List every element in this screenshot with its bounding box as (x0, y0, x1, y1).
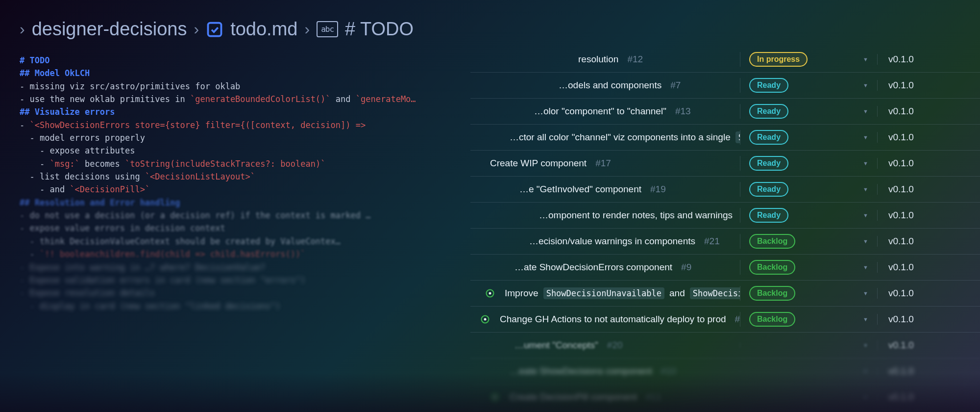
version-cell[interactable]: v0.1.0 (877, 392, 965, 403)
version-cell[interactable]: v0.1.0 (877, 262, 965, 273)
issue-row[interactable]: …e "GetInvolved" component#19Ready▼v0.1.… (470, 177, 980, 203)
version-cell[interactable]: v0.1.0 (877, 366, 965, 377)
issue-title[interactable]: resolution#12 (470, 54, 740, 65)
issue-title[interactable]: …e "GetInvolved" component#19 (470, 184, 740, 195)
chevron-down-icon[interactable]: ▼ (863, 316, 868, 322)
chevron-down-icon[interactable]: ▼ (863, 134, 868, 140)
issue-row[interactable]: Create DecisionPill component#11▼v0.1.0 (470, 385, 980, 411)
issue-row[interactable]: Change GH Actions to not automatically d… (470, 307, 980, 333)
status-cell[interactable]: Backlog▼ (740, 312, 877, 327)
issue-row[interactable]: …ument "Concepts"#20▼v0.1.0 (470, 333, 980, 359)
issue-title-text: Create WIP component (490, 158, 587, 169)
code-chip: ShowDecisionTypeUn… (690, 287, 740, 299)
issue-row[interactable]: …omponent to render notes, tips and warn… (470, 203, 980, 229)
issue-open-icon (480, 314, 490, 324)
issue-title-text: …odels and components (559, 80, 662, 91)
issue-title-text: …ctor all color "channel" viz components… (510, 132, 731, 143)
issue-title[interactable]: …ument "Concepts"#20 (470, 340, 740, 351)
issue-row[interactable]: resolution#12In progress▼v0.1.0 (470, 47, 980, 73)
status-badge[interactable]: Backlog (749, 286, 795, 301)
status-cell[interactable]: In progress▼ (740, 52, 877, 67)
issue-title[interactable]: …olor "component" to "channel"#13 (470, 106, 740, 117)
chevron-down-icon[interactable]: ▼ (863, 342, 868, 348)
status-badge[interactable]: Ready (749, 208, 788, 223)
status-badge[interactable]: Ready (749, 156, 788, 171)
issue-number: #10 (661, 366, 676, 377)
version-cell[interactable]: v0.1.0 (877, 314, 965, 325)
issue-title[interactable]: Create WIP component#17 (470, 158, 740, 169)
issue-row[interactable]: …ate ShowDecisionErrors component#9Backl… (470, 255, 980, 281)
status-cell[interactable]: Ready▼ (740, 130, 877, 145)
issue-row[interactable]: …ecision/value warnings in components#21… (470, 229, 980, 255)
issue-title-text: …ate ShowDecisionErrors component (514, 262, 672, 273)
editor-line: - `<ShowDecisionErrors store={store} fil… (20, 119, 461, 131)
issue-title[interactable]: …ctor all color "channel" viz components… (470, 131, 740, 143)
status-cell[interactable]: Backlog▼ (740, 234, 877, 249)
chevron-down-icon[interactable]: ▼ (863, 264, 868, 270)
issue-row[interactable]: …odels and components#7Ready▼v0.1.0 (470, 73, 980, 99)
issue-row[interactable]: ImproveShowDecisionUnavailable and ShowD… (470, 281, 980, 307)
status-cell[interactable]: Backlog▼ (740, 260, 877, 275)
editor-pane[interactable]: # TODO ## Model OkLCH - missing viz src/… (20, 54, 461, 312)
version-cell[interactable]: v0.1.0 (877, 106, 965, 117)
issue-number: #20 (607, 340, 623, 351)
chevron-down-icon[interactable]: ▼ (863, 160, 868, 166)
status-cell[interactable]: ▼ (740, 368, 877, 374)
version-cell[interactable]: v0.1.0 (877, 288, 965, 299)
status-cell[interactable]: Ready▼ (740, 208, 877, 223)
breadcrumb-heading[interactable]: # TODO (345, 19, 414, 40)
chevron-down-icon[interactable]: ▼ (863, 186, 868, 192)
breadcrumb: › designer-decisions › todo.md › abc # T… (20, 19, 414, 40)
abc-icon: abc (317, 21, 338, 37)
issue-open-icon (490, 392, 500, 402)
issue-title[interactable]: ImproveShowDecisionUnavailable and ShowD… (470, 287, 740, 299)
issue-title[interactable]: …eate ShowDecisions component#10 (470, 366, 740, 377)
chevron-down-icon[interactable]: ▼ (863, 368, 868, 374)
status-cell[interactable]: ▼ (740, 342, 877, 348)
chevron-down-icon[interactable]: ▼ (863, 212, 868, 218)
issue-title[interactable]: Change GH Actions to not automatically d… (470, 314, 740, 325)
issue-row[interactable]: Create WIP component#17Ready▼v0.1.0 (470, 151, 980, 177)
chevron-down-icon[interactable]: ▼ (863, 108, 868, 114)
version-cell[interactable]: v0.1.0 (877, 54, 965, 65)
chevron-down-icon[interactable]: ▼ (863, 56, 868, 62)
status-cell[interactable]: Ready▼ (740, 78, 877, 93)
issue-row[interactable]: …ctor all color "channel" viz components… (470, 125, 980, 151)
issue-title[interactable]: …omponent to render notes, tips and warn… (470, 210, 740, 221)
status-cell[interactable]: Ready▼ (740, 156, 877, 171)
editor-line: - expose value errors in decision contex… (20, 222, 461, 234)
status-badge[interactable]: In progress (749, 52, 808, 67)
status-badge[interactable]: Backlog (749, 234, 795, 249)
status-badge[interactable]: Ready (749, 78, 788, 93)
issue-title[interactable]: …ecision/value warnings in components#21 (470, 236, 740, 247)
issue-title[interactable]: …ate ShowDecisionErrors component#9 (470, 262, 740, 273)
version-cell[interactable]: v0.1.0 (877, 80, 965, 91)
status-cell[interactable]: ▼ (740, 394, 877, 400)
version-cell[interactable]: v0.1.0 (877, 236, 965, 247)
chevron-down-icon[interactable]: ▼ (863, 238, 868, 244)
breadcrumb-root[interactable]: designer-decisions (32, 19, 187, 40)
status-badge[interactable]: Backlog (749, 312, 795, 327)
editor-line: - display in card (new section "linked d… (20, 300, 461, 312)
chevron-down-icon[interactable]: ▼ (863, 394, 868, 400)
status-cell[interactable]: Backlog▼ (740, 286, 877, 301)
issue-number: #9 (681, 262, 691, 273)
status-badge[interactable]: Ready (749, 104, 788, 119)
status-badge[interactable]: Ready (749, 130, 788, 145)
breadcrumb-file[interactable]: todo.md (230, 19, 297, 40)
issue-row[interactable]: …olor "component" to "channel"#13Ready▼v… (470, 99, 980, 125)
issue-title[interactable]: …odels and components#7 (470, 80, 740, 91)
status-badge[interactable]: Ready (749, 182, 788, 197)
version-cell[interactable]: v0.1.0 (877, 158, 965, 169)
version-cell[interactable]: v0.1.0 (877, 184, 965, 195)
status-badge[interactable]: Backlog (749, 260, 795, 275)
status-cell[interactable]: Ready▼ (740, 182, 877, 197)
chevron-down-icon[interactable]: ▼ (863, 290, 868, 296)
version-cell[interactable]: v0.1.0 (877, 132, 965, 143)
status-cell[interactable]: Ready▼ (740, 104, 877, 119)
issue-title[interactable]: Create DecisionPill component#11 (470, 392, 740, 403)
version-cell[interactable]: v0.1.0 (877, 210, 965, 221)
issue-row[interactable]: …eate ShowDecisions component#10▼v0.1.0 (470, 359, 980, 385)
version-cell[interactable]: v0.1.0 (877, 340, 965, 351)
chevron-down-icon[interactable]: ▼ (863, 82, 868, 88)
